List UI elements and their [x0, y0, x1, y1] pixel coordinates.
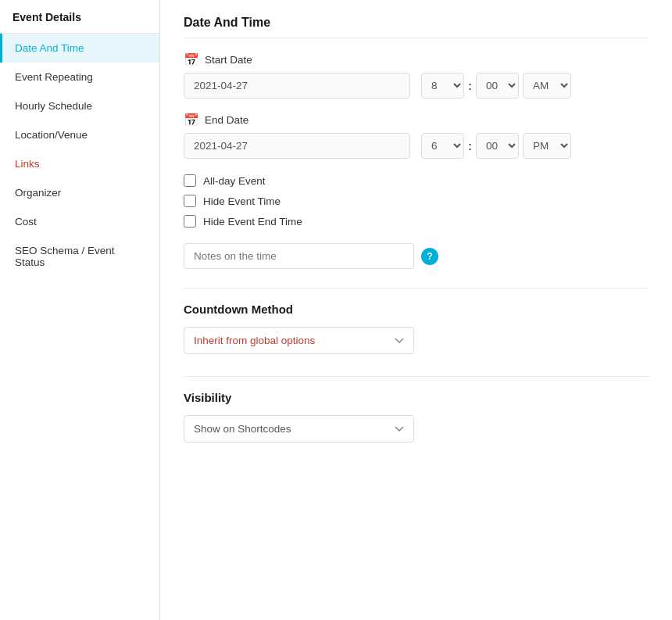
event-checkboxes: All-day Event Hide Event Time Hide Event… — [184, 174, 649, 228]
start-date-group: 📅 Start Date 8 1234 567 9101112 : 001530… — [184, 52, 649, 99]
start-date-input[interactable] — [184, 73, 410, 99]
end-hour-select[interactable]: 6 1234 578 9101112 — [421, 133, 464, 159]
hide-time-label: Hide Event Time — [203, 195, 281, 207]
visibility-title: Visibility — [184, 391, 649, 404]
countdown-section: Countdown Method Inherit from global opt… — [184, 288, 649, 354]
end-date-label-row: 📅 End Date — [184, 113, 649, 127]
sidebar-item-location-venue[interactable]: Location/Venue — [0, 120, 159, 149]
hide-event-time-checkbox[interactable]: Hide Event Time — [184, 195, 649, 207]
start-date-time-row: 8 1234 567 9101112 : 00153045 AMPM — [184, 73, 649, 99]
sidebar-item-seo-schema[interactable]: SEO Schema / Event Status — [0, 236, 159, 277]
start-ampm-select[interactable]: AMPM — [523, 73, 571, 99]
end-date-label: End Date — [205, 114, 248, 126]
notes-input[interactable] — [184, 243, 414, 269]
sidebar-item-hourly-schedule[interactable]: Hourly Schedule — [0, 91, 159, 120]
end-date-calendar-icon: 📅 — [184, 113, 199, 127]
sidebar: Event Details Date And Time Event Repeat… — [0, 0, 160, 620]
notes-row: ? — [184, 243, 649, 269]
sidebar-item-event-repeating[interactable]: Event Repeating — [0, 63, 159, 91]
start-minute-select[interactable]: 00153045 — [476, 73, 519, 99]
end-date-input[interactable] — [184, 133, 410, 159]
start-date-label: Start Date — [205, 54, 252, 66]
end-date-time-row: 6 1234 578 9101112 : 00153045 AMPM — [184, 133, 649, 159]
hide-end-time-label: Hide Event End Time — [203, 216, 302, 228]
main-content: Date And Time 📅 Start Date 8 1234 567 91… — [160, 0, 672, 620]
countdown-select[interactable]: Inherit from global options Option 2 Opt… — [184, 327, 414, 354]
visibility-select[interactable]: Show on Shortcodes Option 2 Option 3 — [184, 415, 414, 443]
sidebar-header: Event Details — [0, 0, 159, 34]
countdown-title: Countdown Method — [184, 303, 649, 316]
end-time-group: 6 1234 578 9101112 : 00153045 AMPM — [421, 133, 571, 159]
sidebar-item-links[interactable]: Links — [0, 149, 159, 178]
start-hour-select[interactable]: 8 1234 567 9101112 — [421, 73, 464, 99]
start-time-group: 8 1234 567 9101112 : 00153045 AMPM — [421, 73, 571, 99]
sidebar-item-organizer[interactable]: Organizer — [0, 178, 159, 207]
end-time-colon: : — [468, 139, 472, 152]
visibility-section: Visibility Show on Shortcodes Option 2 O… — [184, 376, 649, 443]
sidebar-item-date-and-time[interactable]: Date And Time — [0, 34, 159, 63]
end-minute-select[interactable]: 00153045 — [476, 133, 519, 159]
end-date-group: 📅 End Date 6 1234 578 9101112 : 00153045 — [184, 113, 649, 159]
start-date-calendar-icon: 📅 — [184, 52, 199, 67]
hide-time-checkbox-input[interactable] — [184, 195, 196, 207]
all-day-event-checkbox[interactable]: All-day Event — [184, 174, 649, 187]
start-time-colon: : — [468, 79, 472, 92]
hide-end-time-checkbox-input[interactable] — [184, 215, 196, 228]
end-ampm-select[interactable]: AMPM — [523, 133, 571, 159]
section-title: Date And Time — [184, 16, 649, 38]
hide-event-end-time-checkbox[interactable]: Hide Event End Time — [184, 215, 649, 228]
all-day-checkbox-input[interactable] — [184, 174, 196, 187]
all-day-label: All-day Event — [203, 175, 266, 187]
sidebar-item-cost[interactable]: Cost — [0, 207, 159, 236]
start-date-label-row: 📅 Start Date — [184, 52, 649, 67]
notes-help-icon[interactable]: ? — [421, 248, 438, 265]
